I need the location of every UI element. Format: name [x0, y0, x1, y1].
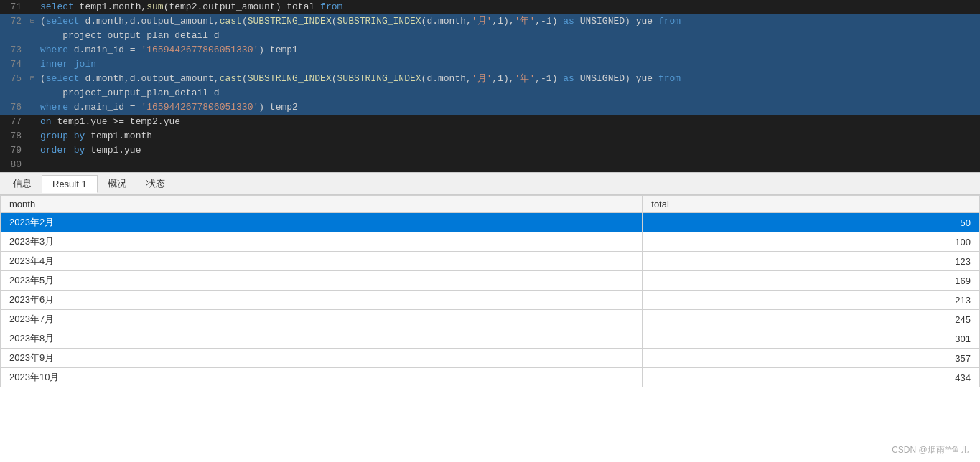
line-content: inner join	[37, 57, 980, 72]
table-row[interactable]: 2023年5月169	[1, 271, 980, 291]
column-header-month: month	[1, 196, 643, 213]
tab-状态[interactable]: 状态	[136, 174, 175, 193]
tab-result-1[interactable]: Result 1	[42, 175, 98, 193]
cell-total: 169	[643, 271, 980, 291]
token-plain: ,-1)	[535, 16, 563, 27]
code-line: 79 order by temp1.yue	[0, 143, 980, 158]
code-line: 74 inner join	[0, 57, 980, 72]
line-number: 72	[0, 14, 27, 29]
token-fn: SUBSTRING_INDEX	[248, 16, 332, 27]
cell-total: 434	[643, 368, 980, 387]
token-fn: SUBSTRING_INDEX	[337, 16, 421, 27]
token-kw: order by	[40, 145, 85, 156]
table-row[interactable]: 2023年6月213	[1, 291, 980, 310]
cell-total: 245	[643, 310, 980, 329]
cell-month: 2023年2月	[1, 213, 643, 232]
token-kw: select	[40, 1, 74, 12]
table-row[interactable]: 2023年10月434	[1, 368, 980, 387]
line-number: 77	[0, 115, 27, 129]
line-content: (select d.month,d.output_amount,cast(SUB…	[37, 72, 980, 86]
code-line: 72⊟(select d.month,d.output_amount,cast(…	[0, 14, 980, 29]
table-row[interactable]: 2023年3月100	[1, 232, 980, 252]
cell-total: 50	[643, 213, 980, 232]
cell-total: 357	[643, 349, 980, 368]
token-plain: ,1),	[492, 16, 514, 27]
cell-total: 100	[643, 232, 980, 252]
line-number: 79	[0, 143, 27, 158]
token-plain: (	[40, 73, 46, 84]
line-content: on temp1.yue >= temp2.yue	[37, 115, 980, 129]
table-row[interactable]: 2023年9月357	[1, 349, 980, 368]
code-line: project_output_plan_detail d	[0, 29, 980, 43]
token-kw: on	[40, 116, 52, 127]
fold-button[interactable]: ⊟	[27, 14, 37, 29]
token-plain: temp1.yue	[85, 145, 141, 156]
token-plain: d.main_id =	[68, 102, 141, 113]
line-content: project_output_plan_detail d	[37, 86, 980, 100]
token-plain: d.month,d.output_amount,	[80, 16, 220, 27]
column-header-total: total	[643, 196, 980, 213]
results-section: monthtotal2023年2月502023年3月1002023年4月1232…	[0, 195, 980, 462]
token-str: '1659442677806051330'	[141, 102, 258, 113]
code-line: 71 select temp1.month,sum(temp2.output_a…	[0, 0, 980, 14]
token-plain: ,1),	[492, 73, 514, 84]
cell-month: 2023年4月	[1, 252, 643, 271]
tab-概况[interactable]: 概况	[98, 174, 136, 193]
token-kw: select	[46, 73, 80, 84]
cell-month: 2023年7月	[1, 310, 643, 329]
line-number: 71	[0, 0, 27, 14]
code-line: 73 where d.main_id = '165944267780605133…	[0, 43, 980, 57]
cell-month: 2023年9月	[1, 349, 643, 368]
cell-month: 2023年8月	[1, 329, 643, 349]
token-kw: from	[658, 73, 681, 84]
line-number: 76	[0, 100, 27, 115]
token-str: '月'	[472, 16, 493, 27]
table-header-row: monthtotal	[1, 196, 980, 213]
line-content: project_output_plan_detail d	[37, 29, 980, 43]
cell-total: 301	[643, 329, 980, 349]
tabs-bar: 信息Result 1概况状态	[0, 172, 980, 195]
cell-month: 2023年5月	[1, 271, 643, 291]
token-plain: (	[332, 73, 337, 84]
token-kw: select	[46, 16, 80, 27]
table-row[interactable]: 2023年7月245	[1, 310, 980, 329]
table-row[interactable]: 2023年2月50	[1, 213, 980, 232]
token-kw: as	[563, 16, 574, 27]
cell-month: 2023年6月	[1, 291, 643, 310]
fold-button[interactable]: ⊟	[27, 72, 37, 86]
line-number: 78	[0, 129, 27, 143]
token-plain: (temp2.output_amount) total	[164, 1, 320, 12]
code-editor: 71 select temp1.month,sum(temp2.output_a…	[0, 0, 980, 172]
line-number: 75	[0, 72, 27, 86]
token-str: '年'	[515, 73, 536, 84]
line-content: order by temp1.yue	[37, 143, 980, 158]
token-fn: cast	[220, 16, 242, 27]
token-plain: ) temp2	[258, 102, 298, 113]
token-plain: (d.month,	[421, 73, 472, 84]
token-str: '月'	[472, 73, 493, 84]
token-kw: inner join	[40, 59, 96, 70]
token-plain: ) temp1	[258, 44, 298, 55]
code-line: 78 group by temp1.month	[0, 129, 980, 143]
token-plain: project_output_plan_detail d	[40, 88, 220, 98]
cell-month: 2023年10月	[1, 368, 643, 387]
token-plain: (	[242, 73, 248, 84]
token-str: '1659442677806051330'	[141, 44, 258, 55]
token-plain: ,-1)	[535, 73, 563, 84]
cell-month: 2023年3月	[1, 232, 643, 252]
token-plain: d.main_id =	[68, 44, 141, 55]
token-fn: cast	[220, 73, 242, 84]
table-row[interactable]: 2023年4月123	[1, 252, 980, 271]
tab-信息[interactable]: 信息	[3, 174, 42, 193]
code-line: 80	[0, 158, 980, 172]
token-plain: d.month,d.output_amount,	[80, 73, 220, 84]
code-line: project_output_plan_detail d	[0, 86, 980, 100]
token-kw: group by	[40, 131, 85, 141]
code-line: 76 where d.main_id = '165944267780605133…	[0, 100, 980, 115]
watermark: CSDN @烟雨**鱼儿	[892, 444, 969, 456]
token-kw: from	[658, 16, 681, 27]
line-number: 73	[0, 43, 27, 57]
line-number: 80	[0, 158, 27, 172]
table-row[interactable]: 2023年8月301	[1, 329, 980, 349]
token-plain: (	[40, 16, 46, 27]
